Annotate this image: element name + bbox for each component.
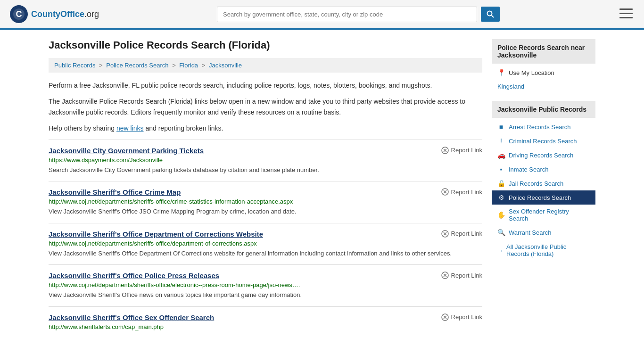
sidebar-item-icon: 🔒 (497, 180, 505, 187)
result-header: Jacksonville Sheriff's Office Crime Map … (49, 188, 482, 196)
report-link[interactable]: Report Link (441, 147, 482, 154)
description-3: Help others by sharing new links and rep… (49, 123, 482, 133)
svg-rect-6 (619, 13, 633, 14)
sidebar-item-label: Sex Offender Registry Search (509, 208, 590, 222)
svg-point-3 (487, 11, 492, 16)
result-header: Jacksonville Sheriff's Office Sex Offend… (49, 313, 482, 321)
search-area (217, 7, 500, 22)
sidebar-item-label: Warrant Search (509, 229, 552, 236)
svg-rect-5 (619, 8, 633, 10)
description-2: The Jacksonville Police Records Search (… (49, 96, 482, 117)
hamburger-icon (619, 8, 633, 19)
sidebar-item-label: Inmate Search (509, 166, 549, 173)
result-url[interactable]: http://www.sheriffalerts.com/cap_main.ph… (49, 323, 482, 330)
result-url[interactable]: http://www.coj.net/departments/sheriffs-… (49, 198, 482, 205)
result-title[interactable]: Jacksonville Sheriff's Office Sex Offend… (49, 313, 214, 321)
svg-text:C: C (16, 9, 22, 19)
sidebar: Police Records Search near Jacksonville … (492, 39, 595, 339)
sidebar-item-label: Criminal Records Search (509, 138, 577, 145)
report-icon (441, 313, 449, 321)
report-icon (441, 188, 449, 196)
results-container: Jacksonville City Government Parking Tic… (49, 140, 482, 339)
logo-icon: C (9, 5, 28, 24)
sidebar-item-icon: ! (497, 137, 505, 145)
sidebar-items: ■ Arrest Records Search ! Criminal Recor… (492, 120, 595, 239)
result-item: Jacksonville Sheriff's Office Sex Offend… (49, 306, 482, 339)
result-item: Jacksonville City Government Parking Tic… (49, 140, 482, 181)
kingsland-link[interactable]: Kingsland (492, 80, 595, 93)
sidebar-item-icon: 🚗 (497, 151, 505, 159)
sidebar-item-label: Jail Records Search (509, 180, 563, 187)
breadcrumb-public-records[interactable]: Public Records (54, 62, 95, 69)
result-item: Jacksonville Sheriff's Office Police Pre… (49, 264, 482, 306)
description-1: Perform a free Jacksonville, FL public p… (49, 80, 482, 90)
report-link[interactable]: Report Link (441, 272, 482, 279)
result-desc: View Jacksonville Sheriff's Office news … (49, 290, 482, 300)
search-button[interactable] (481, 7, 500, 22)
sidebar-item-icon: 🔍 (497, 229, 505, 236)
result-url[interactable]: http://www.coj.net/departments/sheriffs-… (49, 281, 482, 288)
breadcrumb: Public Records > Police Records Search >… (49, 58, 482, 73)
svg-line-4 (492, 16, 494, 18)
result-title[interactable]: Jacksonville Sheriff's Office Police Pre… (49, 272, 219, 280)
public-records-section: Jacksonville Public Records ■ Arrest Rec… (492, 101, 595, 261)
search-input[interactable] (217, 7, 477, 22)
sidebar-item-police-records-search[interactable]: ⚙ Police Records Search (492, 190, 595, 205)
result-desc: Search Jacksonville City Government park… (49, 165, 482, 175)
sidebar-item-label: Police Records Search (509, 194, 571, 201)
sidebar-item-icon: ⚙ (497, 194, 505, 201)
breadcrumb-police-records-search[interactable]: Police Records Search (106, 62, 168, 69)
nearby-header: Police Records Search near Jacksonville (492, 39, 595, 64)
page-title: Jacksonville Police Records Search (Flor… (49, 39, 482, 51)
public-records-header: Jacksonville Public Records (492, 101, 595, 118)
report-link[interactable]: Report Link (441, 230, 482, 238)
result-title[interactable]: Jacksonville City Government Parking Tic… (49, 147, 204, 155)
all-records-link[interactable]: → All Jacksonville Public Records (Flori… (492, 239, 595, 261)
sidebar-item-arrest-records-search[interactable]: ■ Arrest Records Search (492, 120, 595, 134)
main-container: Jacksonville Police Records Search (Flor… (39, 30, 605, 348)
sidebar-item-label: Driving Records Search (509, 152, 573, 159)
result-url[interactable]: http://www.coj.net/departments/sheriffs-… (49, 240, 482, 247)
result-header: Jacksonville Sheriff's Office Department… (49, 230, 482, 238)
result-item: Jacksonville Sheriff's Office Department… (49, 223, 482, 265)
report-icon (441, 230, 449, 238)
logo-text: CountyOffice.org (31, 9, 99, 19)
report-icon (441, 272, 449, 279)
result-desc: View Jacksonville Sheriff's Office Depar… (49, 249, 482, 258)
sidebar-item-driving-records-search[interactable]: 🚗 Driving Records Search (492, 148, 595, 162)
sidebar-item-inmate-search[interactable]: ▪ Inmate Search (492, 162, 595, 176)
sidebar-item-icon: ✋ (497, 211, 505, 219)
sidebar-item-icon: ■ (497, 123, 505, 131)
use-my-location[interactable]: 📍 Use My Location (492, 66, 595, 80)
result-desc: View Jacksonville Sheriff's Office JSO C… (49, 207, 482, 216)
result-url[interactable]: https://www.dspayments.com/Jacksonville (49, 156, 482, 164)
breadcrumb-jacksonville[interactable]: Jacksonville (209, 62, 242, 69)
result-title[interactable]: Jacksonville Sheriff's Office Department… (49, 230, 263, 238)
breadcrumb-florida[interactable]: Florida (179, 62, 198, 69)
result-title[interactable]: Jacksonville Sheriff's Office Crime Map (49, 188, 181, 196)
logo[interactable]: C CountyOffice.org (9, 5, 99, 24)
report-link[interactable]: Report Link (441, 313, 482, 321)
main-content: Jacksonville Police Records Search (Flor… (49, 39, 482, 339)
sidebar-item-label: Arrest Records Search (509, 123, 571, 131)
new-links-link[interactable]: new links (116, 124, 144, 132)
report-icon (441, 147, 449, 154)
report-link[interactable]: Report Link (441, 188, 482, 196)
result-header: Jacksonville City Government Parking Tic… (49, 147, 482, 155)
sidebar-item-sex-offender-registry-search[interactable]: ✋ Sex Offender Registry Search (492, 205, 595, 225)
location-icon: 📍 (497, 69, 505, 76)
nearby-section: Police Records Search near Jacksonville … (492, 39, 595, 93)
sidebar-item-icon: ▪ (497, 165, 505, 173)
result-item: Jacksonville Sheriff's Office Crime Map … (49, 181, 482, 223)
result-header: Jacksonville Sheriff's Office Police Pre… (49, 272, 482, 280)
site-header: C CountyOffice.org (0, 0, 644, 30)
sidebar-item-criminal-records-search[interactable]: ! Criminal Records Search (492, 134, 595, 148)
sidebar-item-warrant-search[interactable]: 🔍 Warrant Search (492, 225, 595, 239)
search-icon (487, 10, 494, 18)
menu-button[interactable] (618, 7, 635, 22)
svg-rect-7 (619, 17, 633, 18)
sidebar-item-jail-records-search[interactable]: 🔒 Jail Records Search (492, 176, 595, 190)
